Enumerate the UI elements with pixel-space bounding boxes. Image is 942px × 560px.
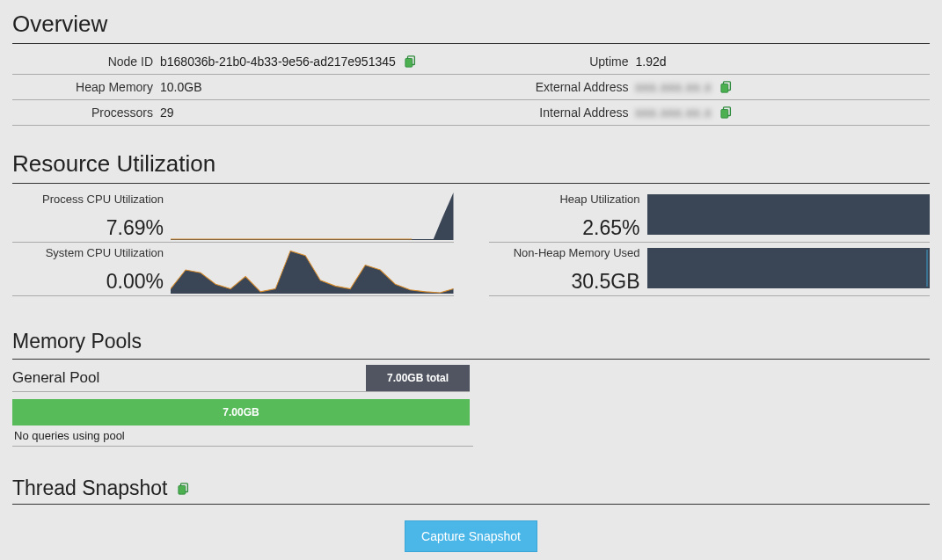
nonheap-memory-row: Non-Heap Memory Used 30.5GB [489,243,931,296]
copy-icon[interactable] [405,55,417,68]
heap-utilization-value: 2.65% [489,216,640,240]
internal-address-value: xxx.xxx.xx.x [636,100,931,126]
system-cpu-label: System CPU Utilization [12,246,164,259]
memory-pools-title: Memory Pools [12,330,930,353]
nonheap-memory-label: Non-Heap Memory Used [489,246,640,259]
copy-icon[interactable] [720,81,733,93]
svg-rect-7 [179,485,186,494]
heap-utilization-bar [647,194,931,235]
process-cpu-sparkline [171,193,454,240]
svg-rect-3 [721,84,728,93]
overview-divider [12,43,930,44]
memory-pool-status: No queries using pool [12,425,473,447]
heap-utilization-label: Heap Utilization [489,193,640,206]
resource-divider [12,183,930,184]
memory-pools-divider [12,359,930,360]
overview-label: External Address [488,75,636,100]
node-id-value: b168036b-21b0-4b33-9e56-ad217e951345 [160,55,396,69]
system-cpu-value: 0.00% [12,270,164,294]
system-cpu-row: System CPU Utilization 0.00% [12,243,454,296]
overview-label: Internal Address [488,100,636,126]
thread-snapshot-divider [12,504,930,505]
processors-value: 29 [160,100,455,126]
memory-pool-header: General Pool 7.00GB total [12,365,470,392]
process-cpu-value: 7.69% [12,216,164,240]
external-address-value: xxx.xxx.xx.x [636,75,931,100]
redacted-value: xxx.xxx.xx.x [636,80,712,94]
svg-rect-5 [721,110,728,119]
memory-pool-name: General Pool [12,365,366,391]
heap-memory-value: 10.0GB [160,75,455,100]
copy-icon[interactable] [720,106,733,119]
process-cpu-label: Process CPU Utilization [12,193,164,206]
heap-utilization-row: Heap Utilization 2.65% [489,189,931,243]
resource-utilization-grid: Process CPU Utilization 7.69% System CPU… [12,189,930,296]
overview-label: Processors [12,100,160,126]
overview-label: Node ID [12,49,160,75]
overview-label: Uptime [488,49,636,75]
system-cpu-sparkline [171,246,454,294]
redacted-value: xxx.xxx.xx.x [636,105,712,120]
copy-icon[interactable] [178,483,190,495]
capture-snapshot-button[interactable]: Capture Snapshot [405,520,537,552]
svg-rect-1 [405,59,413,68]
nonheap-memory-value: 30.5GB [489,270,640,294]
nonheap-memory-bar [647,248,931,288]
memory-pool-used-bar: 7.00GB [12,399,470,425]
thread-snapshot-title: Thread Snapshot [12,476,167,500]
uptime-value: 1.92d [636,49,931,75]
overview-label: Heap Memory [12,75,160,100]
memory-pool-total: 7.00GB total [366,365,470,391]
overview-table: Node ID b168036b-21b0-4b33-9e56-ad217e95… [12,49,930,126]
process-cpu-row: Process CPU Utilization 7.69% [12,189,454,243]
resource-utilization-title: Resource Utilization [12,150,930,178]
overview-title: Overview [12,11,930,38]
overview-value: b168036b-21b0-4b33-9e56-ad217e951345 [160,49,455,75]
